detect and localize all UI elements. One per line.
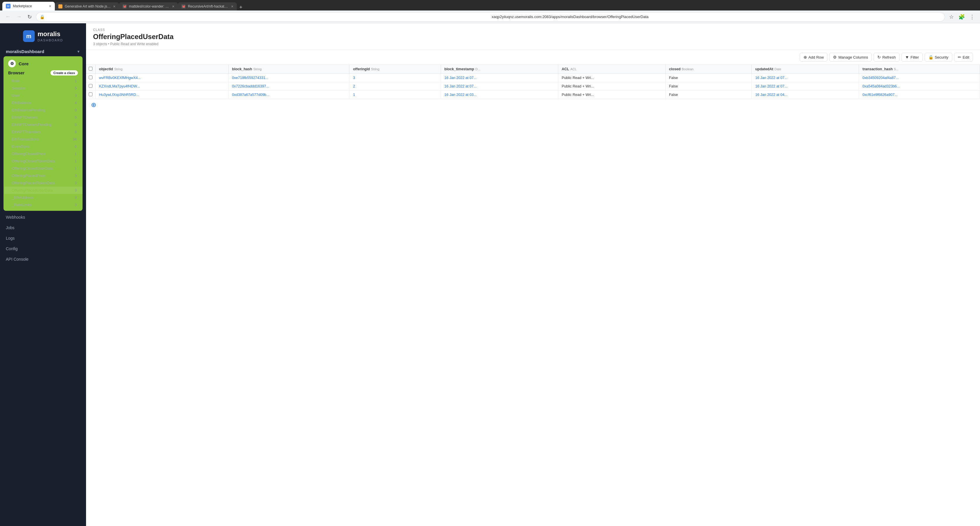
sidebar-item-session[interactable]: Session 5 [3, 84, 83, 92]
sidebar-item-offeringcloseduserdata[interactable]: OfferingClosedUserData 1 [3, 165, 83, 172]
sidebar-item-offeringplacedprice[interactable]: OfferingPlacedPrice 3 [3, 172, 83, 179]
cell-objectId-1: KZXndLMaTpyu4fHDW... [95, 82, 228, 91]
sidebar-item-label: OfferingClosedTokenData [12, 159, 55, 163]
class-meta: 3 objects • Public Read and Write enable… [93, 42, 973, 46]
bookmark-button[interactable]: ☆ [947, 13, 956, 21]
sidebar-item-count: 3 [75, 94, 77, 98]
sidebar-item-count: 8 [75, 130, 77, 134]
sidebar-item-ethnftownerspending[interactable]: EthNFTOwnersPending 0 [3, 121, 83, 128]
sidebar-nav-jobs[interactable]: Jobs [0, 222, 86, 233]
sidebar-item-eventsync[interactable]: EventSync 6 [3, 143, 83, 150]
sidebar-nav-config[interactable]: Config [0, 243, 86, 254]
cell-ACL-0: Public Read + Wri... [558, 74, 665, 82]
add-row-inline-button[interactable]: ⊕ [89, 101, 98, 109]
tab-generative-art-title: Generative Art with Node.js and Canv... [65, 4, 111, 8]
tab-close-marketplace[interactable]: × [49, 4, 51, 8]
cell-block_hash-0: 0xe718fb559274331... [228, 74, 349, 82]
sidebar-item-ethtransactions[interactable]: EthTransactions 34 [3, 135, 83, 143]
data-table-container[interactable]: objectIdStringblock_hashStringofferingId… [86, 65, 980, 526]
class-title: OfferingPlacedUserData [93, 33, 973, 41]
chevron-down-icon: ▼ [77, 49, 80, 54]
back-button[interactable]: ← [3, 13, 12, 21]
refresh-icon: ↻ [877, 55, 881, 59]
row-checkbox-2[interactable] [86, 91, 95, 99]
sidebar-item-user[interactable]: User 3 [3, 92, 83, 99]
create-class-button[interactable]: Create a class [51, 70, 78, 76]
col-header-offeringId[interactable]: offeringIdString [349, 65, 441, 74]
sidebar-item-label: OfferingClosedUserData [12, 166, 53, 170]
sidebar-item-ethbalance[interactable]: EthBalance 4 [3, 99, 83, 106]
col-header-transaction_hash[interactable]: transaction_hashS... [859, 65, 980, 74]
cell-ACL-1: Public Read + Wri... [558, 82, 665, 91]
sidebar-item-label: OfferingPlacedUserData [12, 188, 53, 192]
row-checkbox-0[interactable] [86, 74, 95, 82]
edit-label: Edit [963, 55, 969, 59]
filter-icon: ▼ [905, 55, 909, 59]
edit-button[interactable]: ✏Edit [954, 53, 973, 62]
sidebar-nav-logs[interactable]: Logs [0, 233, 86, 243]
sidebar-item-role[interactable]: Role 1 [3, 77, 83, 84]
core-icon: ⚙ [8, 60, 16, 67]
select-all-checkbox[interactable] [86, 65, 95, 74]
sidebar-item-offeringplacedtokendata[interactable]: OfferingPlacedTokenData 3 [3, 179, 83, 187]
extensions-button[interactable]: 🧩 [957, 13, 967, 21]
col-header-objectId[interactable]: objectIdString [95, 65, 228, 74]
cell-objectId-0: wvFRBv0KEXfMHgwX4... [95, 74, 228, 82]
main-header: CLASS OfferingPlacedUserData 3 objects •… [86, 23, 980, 50]
sidebar-item-ethnfttransfers[interactable]: EthNFTTransfers 8 [3, 128, 83, 135]
sidebar-nav-api-console[interactable]: API Console [0, 254, 86, 264]
sidebar-item-offeringclosedtokendata[interactable]: OfferingClosedTokenData 1 [3, 157, 83, 165]
sidebar-item-ethnftowners[interactable]: EthNFTOwners 5 [3, 114, 83, 121]
sidebar-item-count: 6 [75, 145, 77, 149]
col-header-block_hash[interactable]: block_hashString [228, 65, 349, 74]
sidebar-item-label: _RateLimits [12, 203, 32, 207]
refresh-button[interactable]: ↻Refresh [873, 53, 899, 62]
reload-button[interactable]: ↻ [25, 13, 33, 21]
sidebar-nav-webhooks[interactable]: Webhooks [0, 212, 86, 222]
sidebar-item-label: EthNFTOwners [12, 115, 38, 119]
cell-ACL-2: Public Read + Wri... [558, 91, 665, 99]
address-bar[interactable]: 🔒 xaqp2yiiuqnz.usemoralis.com:2083/apps/… [36, 12, 945, 22]
new-tab-button[interactable]: + [237, 4, 245, 11]
tab-close-color-wander[interactable]: × [172, 4, 174, 9]
cell-transaction_hash-2: 0xcf61e9f6826a907... [859, 91, 980, 99]
table-row[interactable]: Hu3ywLfXsp3NhR5RD...0xd387a67a577d09b...… [86, 91, 980, 99]
sidebar-item-count: 0 [75, 123, 77, 127]
cell-block_hash-2: 0xd387a67a577d09b... [228, 91, 349, 99]
lock-icon: 🔒 [40, 14, 489, 19]
add-row-button[interactable]: ⊕Add Row [800, 53, 828, 62]
manage-columns-button[interactable]: ⚙Manage Columns [829, 53, 872, 62]
tab-marketplace[interactable]: M Marketplace × [2, 2, 55, 11]
tab-close-generative[interactable]: × [113, 4, 116, 9]
col-header-ACL[interactable]: ACLACL [558, 65, 665, 74]
table-row[interactable]: KZXndLMaTpyu4fHDW...0x7226cbaddd16397...… [86, 82, 980, 91]
tab-recursive-art[interactable]: 🐙 RecursiveArt/nft-hackathon-2022 × [178, 2, 237, 11]
sidebar-item--ethaddress[interactable]: _EthAddress 3 [3, 194, 83, 201]
table-row[interactable]: wvFRBv0KEXfMHgwX4...0xe718fb559274331...… [86, 74, 980, 82]
sidebar-item-label: EthNFTTransfers [12, 130, 41, 134]
col-header-closed[interactable]: closedBoolean [665, 65, 752, 74]
forward-button[interactable]: → [14, 13, 23, 21]
sidebar-item-label: User [12, 93, 19, 98]
cell-transaction_hash-0: 0xb34509204af4a87... [859, 74, 980, 82]
sidebar-item-count: 3 [75, 203, 77, 207]
cell-closed-2: False [665, 91, 752, 99]
security-button[interactable]: 🔒Security [924, 53, 952, 62]
tab-color-wander[interactable]: 🐙 mattdesl/color-wander: Generative ar..… [119, 2, 178, 11]
col-header-updatedAt[interactable]: updatedAtDate [752, 65, 859, 74]
data-table: objectIdStringblock_hashStringofferingId… [86, 65, 980, 99]
filter-button[interactable]: ▼Filter [901, 53, 923, 62]
main-content: CLASS OfferingPlacedUserData 3 objects •… [86, 23, 980, 526]
sidebar-item-label: EthNFTOwnersPending [12, 122, 52, 127]
add-row-icon: ⊕ [803, 55, 807, 59]
menu-button[interactable]: ⋮ [968, 13, 977, 21]
tab-close-recursive-art[interactable]: × [231, 4, 233, 9]
sidebar-item-label: EventSync [12, 144, 30, 149]
col-header-block_timestamp[interactable]: block_timestampD... [441, 65, 558, 74]
sidebar-item--ratelimits[interactable]: _RateLimits 3 [3, 201, 83, 208]
sidebar-item-offeringclosedprice[interactable]: OfferingClosedPrice 1 [3, 150, 83, 157]
row-checkbox-1[interactable] [86, 82, 95, 91]
sidebar-item-ethbalancepending[interactable]: EthBalancePending 0 [3, 106, 83, 114]
tab-generative-art[interactable]: Generative Art with Node.js and Canv... … [55, 2, 119, 11]
sidebar-item-offeringplaceduserdata[interactable]: OfferingPlacedUserData 3 [3, 187, 83, 194]
